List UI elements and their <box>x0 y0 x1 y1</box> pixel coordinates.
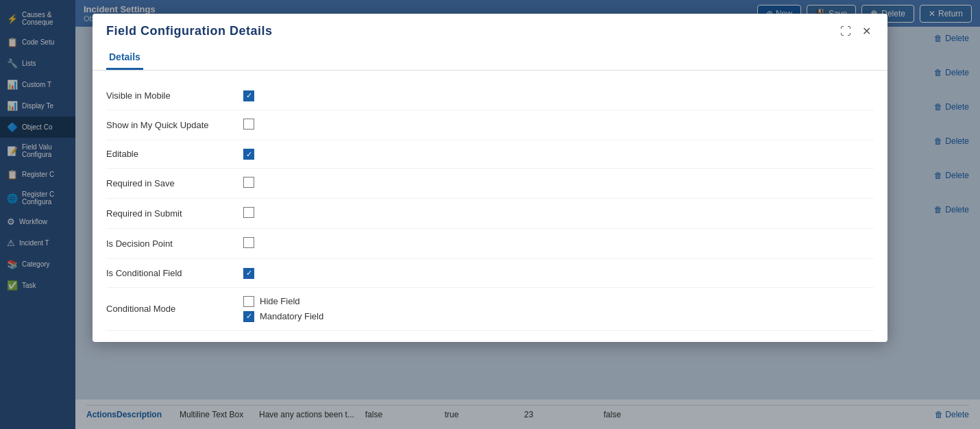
decision-point-label: Is Decision Point <box>106 238 243 249</box>
form-row-conditional-mode: Conditional Mode Hide Field Mandatory Fi… <box>106 288 874 331</box>
form-row-editable: Editable <box>106 140 874 169</box>
quick-update-label: Show in My Quick Update <box>106 120 243 130</box>
quick-update-checkbox[interactable] <box>243 119 254 130</box>
modal-close-button[interactable]: ✕ <box>859 23 874 39</box>
form-row-required-submit: Required in Submit <box>106 199 874 229</box>
conditional-option-hide: Hide Field <box>243 296 874 307</box>
visible-mobile-label: Visible in Mobile <box>106 90 243 101</box>
editable-control <box>243 149 874 160</box>
modal-header-icons: ⛶ ✕ <box>837 23 874 39</box>
visible-mobile-checkbox[interactable] <box>243 90 254 101</box>
quick-update-control <box>243 119 874 132</box>
required-submit-checkbox[interactable] <box>243 207 254 218</box>
editable-label: Editable <box>106 149 243 159</box>
required-save-checkbox[interactable] <box>243 177 254 188</box>
modal-title: Field Configuration Details <box>106 24 273 38</box>
modal-tabs: Details <box>93 46 887 71</box>
mandatory-field-checkbox[interactable] <box>243 311 254 322</box>
conditional-field-label: Is Conditional Field <box>106 268 243 278</box>
expand-icon: ⛶ <box>840 25 851 37</box>
form-row-conditional-field: Is Conditional Field <box>106 259 874 288</box>
conditional-mode-label: Conditional Mode <box>106 304 243 314</box>
hide-field-checkbox[interactable] <box>243 296 254 307</box>
form-row-visible-mobile: Visible in Mobile <box>106 82 874 110</box>
hide-field-label: Hide Field <box>260 296 300 306</box>
modal-body[interactable]: Visible in Mobile Show in My Quick Updat… <box>93 71 887 342</box>
tab-details-label: Details <box>109 51 140 62</box>
editable-checkbox[interactable] <box>243 149 254 160</box>
mandatory-field-label: Mandatory Field <box>260 311 323 321</box>
modal-header: Field Configuration Details ⛶ ✕ <box>93 14 887 39</box>
required-save-control <box>243 177 874 190</box>
required-submit-label: Required in Submit <box>106 208 243 219</box>
conditional-mode-options: Hide Field Mandatory Field <box>243 296 874 322</box>
conditional-field-control <box>243 267 874 279</box>
conditional-option-mandatory: Mandatory Field <box>243 311 874 322</box>
modal-overlay: Field Configuration Details ⛶ ✕ Details … <box>0 0 980 429</box>
close-icon: ✕ <box>862 25 871 37</box>
form-row-quick-update: Show in My Quick Update <box>106 110 874 140</box>
decision-point-checkbox[interactable] <box>243 237 254 248</box>
form-row-required-save: Required in Save <box>106 169 874 199</box>
modal: Field Configuration Details ⛶ ✕ Details … <box>93 14 887 342</box>
required-submit-control <box>243 207 874 220</box>
modal-expand-button[interactable]: ⛶ <box>837 23 854 39</box>
required-save-label: Required in Save <box>106 178 243 188</box>
visible-mobile-control <box>243 90 874 101</box>
decision-point-control <box>243 237 874 250</box>
form-row-decision-point: Is Decision Point <box>106 229 874 259</box>
tab-details[interactable]: Details <box>106 46 143 70</box>
conditional-mode-control: Hide Field Mandatory Field <box>243 296 874 322</box>
conditional-field-checkbox[interactable] <box>243 268 254 279</box>
